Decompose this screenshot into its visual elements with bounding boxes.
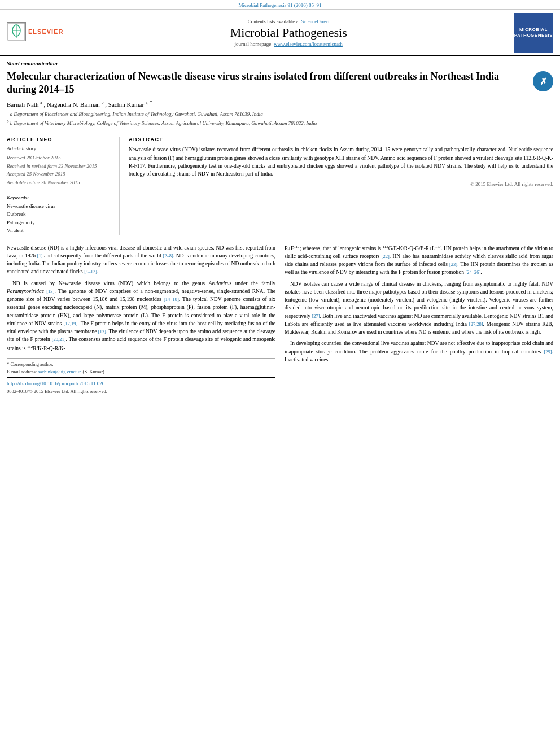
received-row: Received 28 October 2015 xyxy=(7,154,113,161)
journal-homepage: journal homepage: www.elsevier.com/locat… xyxy=(63,41,514,47)
article-history-label: Article history: xyxy=(7,146,113,151)
body-para-col2-3: In developing countries, the conventiona… xyxy=(285,339,553,364)
sciencedirect-link[interactable]: ScienceDirect xyxy=(301,19,329,24)
rights-line: 0882-4010/© 2015 Elsevier Ltd. All right… xyxy=(7,388,275,395)
citation-text: Microbial Pathogenesis 91 (2016) 85–91 xyxy=(239,2,322,8)
body-para-1: Newcastle disease (ND) is a highly infec… xyxy=(7,244,275,276)
homepage-link[interactable]: www.elsevier.com/locate/micpath xyxy=(274,41,343,47)
accepted-row: Accepted 25 November 2015 xyxy=(7,170,113,178)
affiliation-b: b b Department of Veterinary Microbiolog… xyxy=(7,119,553,128)
email-name: (S. Kumar). xyxy=(83,369,106,374)
publisher-info: ELSEVIER xyxy=(7,22,63,43)
abstract-heading: Abstract xyxy=(129,137,553,142)
article-info-column: Article info Article history: Received 2… xyxy=(7,137,120,234)
keyword-4: Virulent xyxy=(7,226,113,234)
article-title: Molecular characterization of Newcastle … xyxy=(7,70,553,97)
journal-header: ELSEVIER Contents lists available at Sci… xyxy=(0,10,560,56)
ref-1: [1] xyxy=(37,253,43,259)
elsevier-logo-image xyxy=(7,22,26,41)
journal-title: Microbial Pathogenesis xyxy=(63,25,514,40)
article-info-abstract-row: Article info Article history: Received 2… xyxy=(7,132,553,234)
author-barnali: Barnali Nath xyxy=(7,101,40,107)
email-note: E-mail address: sachinku@iitg.ernet.in (… xyxy=(7,368,275,375)
contents-available: Contents lists available at ScienceDirec… xyxy=(63,19,514,24)
email-label: E-mail address: xyxy=(7,369,37,374)
ref-14-18: [14–18] xyxy=(164,296,179,302)
keyword-2: Outbreak xyxy=(7,210,113,218)
author-sachin: , Sachin Kumar xyxy=(105,101,145,107)
available-row: Available online 30 November 2015 xyxy=(7,178,113,186)
keywords-section: Keywords: Newcastle disease virus Outbre… xyxy=(7,191,113,235)
homepage-prefix: journal homepage: xyxy=(235,41,274,47)
crossmark-icon: ✗ xyxy=(533,71,553,91)
genus-name: Avulavirus xyxy=(209,281,232,286)
ref-23: [23] xyxy=(449,261,457,267)
authors-list: Barnali Nath a , Nagendra N. Barman b , … xyxy=(7,100,553,108)
ref-9-12: [9–12] xyxy=(84,269,97,274)
affiliation-a: a a Department of Biosciences and Bioeng… xyxy=(7,110,553,119)
corresponding-label: * Corresponding author. xyxy=(7,361,53,367)
revised-row: Received in revised form 23 November 201… xyxy=(7,162,113,170)
journal-cover-thumbnail: MICROBIALPATHOGENESIS xyxy=(514,13,553,53)
footnote-divider xyxy=(7,377,275,378)
ref-2-8: [2–8] xyxy=(163,253,173,259)
footnote-section: * Corresponding author. E-mail address: … xyxy=(7,358,275,395)
article-type-label: Short communication xyxy=(7,60,553,67)
elsevier-name: ELSEVIER xyxy=(28,28,63,35)
ref-20-21: [20,21] xyxy=(52,337,66,342)
elsevier-logo: ELSEVIER xyxy=(7,22,63,41)
ref-17-19: [17,19] xyxy=(64,321,78,326)
body-column-2: R↓F117; whereas, that of lentogenic stra… xyxy=(285,244,553,395)
ref-29: [29] xyxy=(544,349,552,355)
ref-13: [13] xyxy=(46,289,54,294)
main-body: Newcastle disease (ND) is a highly infec… xyxy=(0,235,560,401)
body-column-1: Newcastle disease (ND) is a highly infec… xyxy=(7,244,275,395)
copyright-notice: © 2015 Elsevier Ltd. All rights reserved… xyxy=(129,181,553,187)
author-nagendra: , Nagendra N. Barman xyxy=(44,101,102,107)
contents-prefix: Contents lists available at xyxy=(248,19,301,24)
article-info-heading: Article info xyxy=(7,137,113,142)
abstract-text: Newcastle disease virus (NDV) isolates r… xyxy=(129,146,553,178)
ref-27-28: [27,28] xyxy=(469,321,483,327)
title-crossmark-row: ✗ Molecular characterization of Newcastl… xyxy=(7,70,553,97)
doi-link[interactable]: http://dx.doi.org/10.1016/j.micpath.2015… xyxy=(7,381,104,386)
body-columns: Newcastle disease (ND) is a highly infec… xyxy=(7,244,553,395)
body-para-col2-1: R↓F117; whereas, that of lentogenic stra… xyxy=(285,244,553,277)
family-name: Paramyxoviridae xyxy=(7,289,44,294)
keywords-list: Newcastle disease virus Outbreak Pathoge… xyxy=(7,202,113,235)
ref-27: [27] xyxy=(312,313,320,319)
crossmark-badge[interactable]: ✗ xyxy=(533,71,553,91)
ref-13b: [13] xyxy=(98,329,106,334)
email-link[interactable]: sachinku@iitg.ernet.in xyxy=(38,369,81,374)
keyword-3: Pathogenicity xyxy=(7,219,113,226)
doi-line: http://dx.doi.org/10.1016/j.micpath.2015… xyxy=(7,380,275,388)
body-para-2: ND is caused by Newcastle disease virus … xyxy=(7,279,275,352)
ref-22: [22] xyxy=(382,254,390,259)
journal-center: Contents lists available at ScienceDirec… xyxy=(63,19,514,47)
journal-abbrev: MICROBIALPATHOGENESIS xyxy=(514,27,553,39)
body-para-col2-2: NDV isolates can cause a wide range of c… xyxy=(285,280,553,337)
keywords-label: Keywords: xyxy=(7,195,113,200)
article-history: Received 28 October 2015 Received in rev… xyxy=(7,154,113,186)
abstract-column: Abstract Newcastle disease virus (NDV) i… xyxy=(129,137,553,234)
ref-24-26: [24–26] xyxy=(465,269,480,275)
article-header: Short communication ✗ Molecular characte… xyxy=(0,56,560,235)
affiliations: a a Department of Biosciences and Bioeng… xyxy=(7,110,553,127)
keyword-1: Newcastle disease virus xyxy=(7,202,113,210)
journal-citation: Microbial Pathogenesis 91 (2016) 85–91 xyxy=(0,0,560,10)
corresponding-note: * Corresponding author. xyxy=(7,361,275,368)
